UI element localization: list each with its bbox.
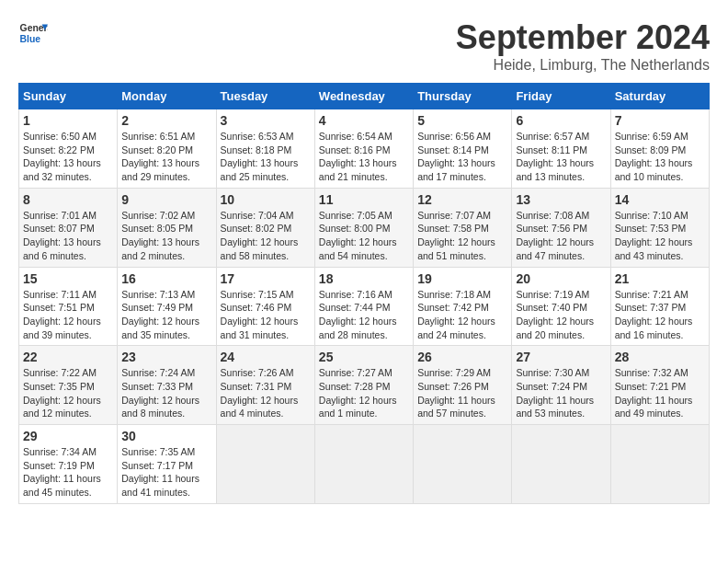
- day-info: Sunrise: 7:01 AMSunset: 8:07 PMDaylight:…: [23, 209, 113, 263]
- calendar-cell: 1Sunrise: 6:50 AMSunset: 8:22 PMDaylight…: [19, 109, 118, 189]
- col-monday: Monday: [118, 84, 216, 109]
- day-number: 15: [23, 271, 113, 286]
- calendar-cell: 14Sunrise: 7:10 AMSunset: 7:53 PMDayligh…: [610, 188, 709, 267]
- day-info: Sunrise: 7:32 AMSunset: 7:21 PMDaylight:…: [615, 366, 705, 420]
- day-number: 16: [121, 271, 211, 286]
- calendar-cell: [414, 425, 512, 504]
- day-number: 2: [121, 113, 211, 128]
- day-info: Sunrise: 7:34 AMSunset: 7:19 PMDaylight:…: [23, 445, 113, 500]
- col-sunday: Sunday: [19, 84, 118, 109]
- calendar-cell: 2Sunrise: 6:51 AMSunset: 8:20 PMDaylight…: [118, 109, 216, 189]
- day-info: Sunrise: 6:54 AMSunset: 8:16 PMDaylight:…: [319, 130, 409, 184]
- calendar-cell: 8Sunrise: 7:01 AMSunset: 8:07 PMDaylight…: [19, 188, 118, 267]
- day-info: Sunrise: 6:51 AMSunset: 8:20 PMDaylight:…: [121, 130, 211, 184]
- day-info: Sunrise: 7:02 AMSunset: 8:05 PMDaylight:…: [121, 209, 211, 263]
- logo: General Blue: [18, 18, 48, 48]
- header: General Blue September 2024 Heide, Limbu…: [18, 18, 710, 74]
- day-number: 18: [319, 271, 409, 286]
- calendar-cell: 17Sunrise: 7:15 AMSunset: 7:46 PMDayligh…: [216, 267, 314, 346]
- col-friday: Friday: [512, 84, 610, 109]
- calendar-cell: 3Sunrise: 6:53 AMSunset: 8:18 PMDaylight…: [216, 109, 314, 189]
- day-number: 25: [319, 350, 409, 364]
- calendar-cell: 16Sunrise: 7:13 AMSunset: 7:49 PMDayligh…: [118, 267, 216, 346]
- calendar-cell: 11Sunrise: 7:05 AMSunset: 8:00 PMDayligh…: [314, 188, 413, 267]
- calendar-cell: 30Sunrise: 7:35 AMSunset: 7:17 PMDayligh…: [118, 425, 216, 504]
- day-number: 10: [221, 192, 311, 207]
- calendar-cell: 18Sunrise: 7:16 AMSunset: 7:44 PMDayligh…: [314, 267, 413, 346]
- day-number: 19: [417, 271, 507, 286]
- col-tuesday: Tuesday: [216, 84, 314, 109]
- title-block: September 2024 Heide, Limburg, The Nethe…: [456, 18, 710, 74]
- day-info: Sunrise: 7:04 AMSunset: 8:02 PMDaylight:…: [221, 209, 311, 263]
- day-info: Sunrise: 6:59 AMSunset: 8:09 PMDaylight:…: [615, 130, 705, 184]
- day-info: Sunrise: 7:07 AMSunset: 7:58 PMDaylight:…: [417, 209, 507, 263]
- day-info: Sunrise: 6:53 AMSunset: 8:18 PMDaylight:…: [221, 130, 311, 184]
- month-title: September 2024: [456, 18, 710, 57]
- day-number: 23: [121, 350, 211, 364]
- logo-icon: General Blue: [18, 18, 48, 48]
- calendar-cell: 29Sunrise: 7:34 AMSunset: 7:19 PMDayligh…: [19, 425, 118, 504]
- weekday-header-row: Sunday Monday Tuesday Wednesday Thursday…: [19, 84, 710, 109]
- calendar-cell: 22Sunrise: 7:22 AMSunset: 7:35 PMDayligh…: [19, 346, 118, 425]
- calendar-cell: 7Sunrise: 6:59 AMSunset: 8:09 PMDaylight…: [610, 109, 709, 189]
- day-number: 4: [319, 113, 409, 128]
- day-number: 17: [221, 271, 311, 286]
- day-info: Sunrise: 7:21 AMSunset: 7:37 PMDaylight:…: [615, 288, 705, 342]
- col-thursday: Thursday: [414, 84, 512, 109]
- calendar-cell: 10Sunrise: 7:04 AMSunset: 8:02 PMDayligh…: [216, 188, 314, 267]
- calendar-cell: 13Sunrise: 7:08 AMSunset: 7:56 PMDayligh…: [512, 188, 610, 267]
- day-number: 1: [23, 113, 113, 128]
- day-number: 22: [23, 350, 113, 364]
- svg-text:Blue: Blue: [20, 34, 41, 44]
- calendar-cell: 5Sunrise: 6:56 AMSunset: 8:14 PMDaylight…: [414, 109, 512, 189]
- calendar-cell: 26Sunrise: 7:29 AMSunset: 7:26 PMDayligh…: [414, 346, 512, 425]
- day-number: 8: [23, 192, 113, 207]
- day-number: 5: [417, 113, 507, 128]
- day-info: Sunrise: 6:56 AMSunset: 8:14 PMDaylight:…: [417, 130, 507, 184]
- calendar-cell: 6Sunrise: 6:57 AMSunset: 8:11 PMDaylight…: [512, 109, 610, 189]
- day-info: Sunrise: 7:11 AMSunset: 7:51 PMDaylight:…: [23, 288, 113, 342]
- calendar-week-row: 22Sunrise: 7:22 AMSunset: 7:35 PMDayligh…: [19, 346, 710, 425]
- day-info: Sunrise: 7:30 AMSunset: 7:24 PMDaylight:…: [516, 366, 606, 420]
- day-info: Sunrise: 7:18 AMSunset: 7:42 PMDaylight:…: [417, 288, 507, 342]
- calendar-cell: [216, 425, 314, 504]
- calendar-cell: 23Sunrise: 7:24 AMSunset: 7:33 PMDayligh…: [118, 346, 216, 425]
- day-number: 12: [417, 192, 507, 207]
- day-number: 3: [221, 113, 311, 128]
- day-info: Sunrise: 7:05 AMSunset: 8:00 PMDaylight:…: [319, 209, 409, 263]
- calendar-week-row: 1Sunrise: 6:50 AMSunset: 8:22 PMDaylight…: [19, 109, 710, 189]
- calendar-cell: 20Sunrise: 7:19 AMSunset: 7:40 PMDayligh…: [512, 267, 610, 346]
- day-info: Sunrise: 7:19 AMSunset: 7:40 PMDaylight:…: [516, 288, 606, 342]
- day-info: Sunrise: 6:50 AMSunset: 8:22 PMDaylight:…: [23, 130, 113, 184]
- day-info: Sunrise: 7:27 AMSunset: 7:28 PMDaylight:…: [319, 366, 409, 420]
- calendar-cell: 9Sunrise: 7:02 AMSunset: 8:05 PMDaylight…: [118, 188, 216, 267]
- calendar-week-row: 8Sunrise: 7:01 AMSunset: 8:07 PMDaylight…: [19, 188, 710, 267]
- calendar-cell: 15Sunrise: 7:11 AMSunset: 7:51 PMDayligh…: [19, 267, 118, 346]
- day-number: 29: [23, 429, 113, 443]
- calendar-cell: [610, 425, 709, 504]
- day-number: 28: [615, 350, 705, 364]
- day-info: Sunrise: 7:26 AMSunset: 7:31 PMDaylight:…: [221, 366, 311, 420]
- day-info: Sunrise: 7:15 AMSunset: 7:46 PMDaylight:…: [221, 288, 311, 342]
- calendar-cell: 19Sunrise: 7:18 AMSunset: 7:42 PMDayligh…: [414, 267, 512, 346]
- calendar-body: 1Sunrise: 6:50 AMSunset: 8:22 PMDaylight…: [19, 109, 710, 504]
- day-number: 7: [615, 113, 705, 128]
- day-number: 14: [615, 192, 705, 207]
- calendar-cell: 4Sunrise: 6:54 AMSunset: 8:16 PMDaylight…: [314, 109, 413, 189]
- col-wednesday: Wednesday: [314, 84, 413, 109]
- day-number: 6: [516, 113, 606, 128]
- day-info: Sunrise: 7:35 AMSunset: 7:17 PMDaylight:…: [121, 445, 211, 500]
- calendar-cell: [314, 425, 413, 504]
- calendar-cell: [512, 425, 610, 504]
- day-info: Sunrise: 7:16 AMSunset: 7:44 PMDaylight:…: [319, 288, 409, 342]
- day-number: 11: [319, 192, 409, 207]
- day-number: 26: [417, 350, 507, 364]
- day-info: Sunrise: 7:29 AMSunset: 7:26 PMDaylight:…: [417, 366, 507, 420]
- day-info: Sunrise: 7:08 AMSunset: 7:56 PMDaylight:…: [516, 209, 606, 263]
- calendar-cell: 12Sunrise: 7:07 AMSunset: 7:58 PMDayligh…: [414, 188, 512, 267]
- day-info: Sunrise: 7:13 AMSunset: 7:49 PMDaylight:…: [121, 288, 211, 342]
- day-number: 9: [121, 192, 211, 207]
- calendar-week-row: 29Sunrise: 7:34 AMSunset: 7:19 PMDayligh…: [19, 425, 710, 504]
- day-info: Sunrise: 7:24 AMSunset: 7:33 PMDaylight:…: [121, 366, 211, 420]
- calendar-table: Sunday Monday Tuesday Wednesday Thursday…: [18, 83, 710, 504]
